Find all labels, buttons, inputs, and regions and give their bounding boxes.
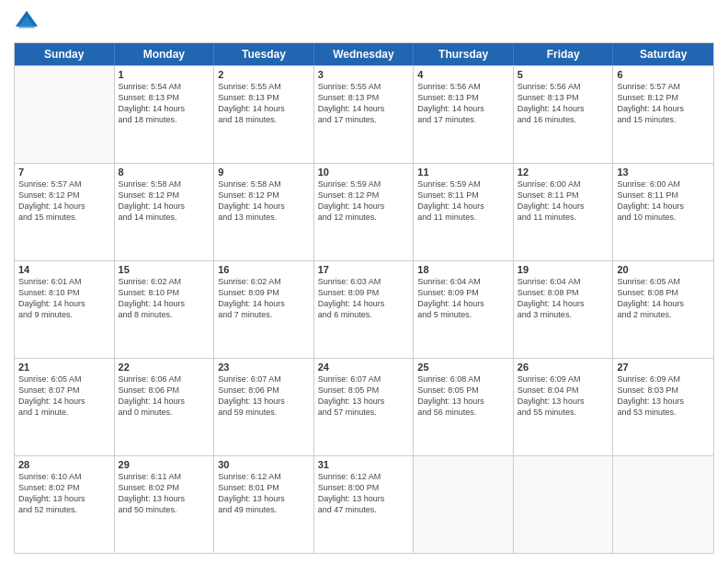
day-number: 24: [318, 362, 410, 373]
cell-info: Sunrise: 5:59 AM Sunset: 8:12 PM Dayligh…: [318, 178, 410, 224]
cell-info: Sunrise: 5:57 AM Sunset: 8:12 PM Dayligh…: [617, 81, 710, 126]
logo: [14, 9, 43, 35]
calendar-cell: 4Sunrise: 5:56 AM Sunset: 8:13 PM Daylig…: [414, 66, 514, 163]
header: [14, 9, 714, 35]
calendar-cell: 29Sunrise: 6:11 AM Sunset: 8:02 PM Dayli…: [115, 456, 215, 553]
calendar-cell: 7Sunrise: 5:57 AM Sunset: 8:12 PM Daylig…: [15, 164, 115, 260]
day-number: 28: [18, 459, 110, 470]
calendar-header-row: SundayMondayTuesdayWednesdayThursdayFrid…: [15, 43, 713, 65]
calendar-week-3: 21Sunrise: 6:05 AM Sunset: 8:07 PM Dayli…: [15, 358, 713, 455]
cell-info: Sunrise: 5:57 AM Sunset: 8:12 PM Dayligh…: [18, 178, 110, 224]
calendar-cell: 26Sunrise: 6:09 AM Sunset: 8:04 PM Dayli…: [514, 359, 614, 455]
calendar-week-1: 7Sunrise: 5:57 AM Sunset: 8:12 PM Daylig…: [15, 163, 713, 260]
calendar-cell: 20Sunrise: 6:05 AM Sunset: 8:08 PM Dayli…: [613, 261, 713, 358]
calendar-cell: 15Sunrise: 6:02 AM Sunset: 8:10 PM Dayli…: [115, 261, 215, 358]
calendar-cell: 5Sunrise: 5:56 AM Sunset: 8:13 PM Daylig…: [514, 66, 614, 163]
calendar-cell: [15, 66, 115, 163]
calendar-cell: 24Sunrise: 6:07 AM Sunset: 8:05 PM Dayli…: [314, 359, 415, 455]
cell-info: Sunrise: 5:55 AM Sunset: 8:13 PM Dayligh…: [218, 81, 310, 126]
day-number: 12: [518, 167, 609, 178]
day-number: 16: [218, 264, 310, 275]
day-number: 14: [18, 264, 110, 275]
calendar-cell: 12Sunrise: 6:00 AM Sunset: 8:11 PM Dayli…: [514, 164, 614, 260]
day-number: 23: [218, 362, 310, 373]
cell-info: Sunrise: 6:00 AM Sunset: 8:11 PM Dayligh…: [518, 178, 609, 224]
day-number: 5: [518, 69, 609, 80]
day-number: 30: [218, 459, 310, 470]
cell-info: Sunrise: 6:03 AM Sunset: 8:09 PM Dayligh…: [318, 276, 410, 321]
day-number: 22: [119, 362, 210, 373]
cell-info: Sunrise: 6:07 AM Sunset: 8:06 PM Dayligh…: [218, 373, 310, 419]
calendar-header-friday: Friday: [514, 43, 614, 65]
calendar-body: 1Sunrise: 5:54 AM Sunset: 8:13 PM Daylig…: [15, 65, 713, 553]
cell-info: Sunrise: 5:56 AM Sunset: 8:13 PM Dayligh…: [518, 81, 609, 126]
calendar-cell: 17Sunrise: 6:03 AM Sunset: 8:09 PM Dayli…: [314, 261, 415, 358]
cell-info: Sunrise: 6:00 AM Sunset: 8:11 PM Dayligh…: [617, 178, 710, 224]
calendar-header-thursday: Thursday: [414, 43, 514, 65]
calendar-cell: 9Sunrise: 5:58 AM Sunset: 8:12 PM Daylig…: [214, 164, 314, 260]
calendar-cell: 13Sunrise: 6:00 AM Sunset: 8:11 PM Dayli…: [613, 164, 713, 260]
cell-info: Sunrise: 6:01 AM Sunset: 8:10 PM Dayligh…: [18, 276, 110, 321]
day-number: 21: [18, 362, 110, 373]
day-number: 26: [518, 362, 609, 373]
cell-info: Sunrise: 6:07 AM Sunset: 8:05 PM Dayligh…: [318, 373, 410, 419]
calendar-cell: 16Sunrise: 6:02 AM Sunset: 8:09 PM Dayli…: [214, 261, 314, 358]
cell-info: Sunrise: 6:05 AM Sunset: 8:07 PM Dayligh…: [18, 373, 110, 419]
cell-info: Sunrise: 6:04 AM Sunset: 8:08 PM Dayligh…: [518, 276, 609, 321]
calendar-cell: 23Sunrise: 6:07 AM Sunset: 8:06 PM Dayli…: [214, 359, 314, 455]
cell-info: Sunrise: 6:12 AM Sunset: 8:00 PM Dayligh…: [318, 471, 410, 516]
calendar-page: SundayMondayTuesdayWednesdayThursdayFrid…: [0, 0, 728, 563]
calendar-cell: 22Sunrise: 6:06 AM Sunset: 8:06 PM Dayli…: [115, 359, 215, 455]
calendar-cell: 18Sunrise: 6:04 AM Sunset: 8:09 PM Dayli…: [414, 261, 514, 358]
day-number: 25: [417, 362, 509, 373]
day-number: 18: [417, 264, 509, 275]
calendar-cell: 21Sunrise: 6:05 AM Sunset: 8:07 PM Dayli…: [15, 359, 115, 455]
cell-info: Sunrise: 6:09 AM Sunset: 8:04 PM Dayligh…: [518, 373, 609, 419]
day-number: 10: [318, 167, 410, 178]
day-number: 6: [617, 69, 710, 80]
cell-info: Sunrise: 6:05 AM Sunset: 8:08 PM Dayligh…: [617, 276, 710, 321]
calendar-cell: 2Sunrise: 5:55 AM Sunset: 8:13 PM Daylig…: [214, 66, 314, 163]
calendar-cell: 14Sunrise: 6:01 AM Sunset: 8:10 PM Dayli…: [15, 261, 115, 358]
day-number: 4: [417, 69, 509, 80]
calendar-cell: 30Sunrise: 6:12 AM Sunset: 8:01 PM Dayli…: [214, 456, 314, 553]
calendar-cell: 3Sunrise: 5:55 AM Sunset: 8:13 PM Daylig…: [314, 66, 415, 163]
calendar: SundayMondayTuesdayWednesdayThursdayFrid…: [14, 42, 714, 554]
day-number: 11: [417, 167, 509, 178]
day-number: 15: [119, 264, 210, 275]
calendar-cell: 19Sunrise: 6:04 AM Sunset: 8:08 PM Dayli…: [514, 261, 614, 358]
logo-icon: [14, 9, 40, 35]
day-number: 7: [18, 167, 110, 178]
cell-info: Sunrise: 5:56 AM Sunset: 8:13 PM Dayligh…: [417, 81, 509, 126]
day-number: 8: [119, 167, 210, 178]
calendar-week-4: 28Sunrise: 6:10 AM Sunset: 8:02 PM Dayli…: [15, 455, 713, 553]
calendar-header-saturday: Saturday: [613, 43, 713, 65]
calendar-cell: 31Sunrise: 6:12 AM Sunset: 8:00 PM Dayli…: [314, 456, 415, 553]
day-number: 19: [518, 264, 609, 275]
day-number: 27: [617, 362, 710, 373]
day-number: 20: [617, 264, 710, 275]
day-number: 31: [318, 459, 410, 470]
calendar-header-wednesday: Wednesday: [314, 43, 415, 65]
cell-info: Sunrise: 6:04 AM Sunset: 8:09 PM Dayligh…: [417, 276, 509, 321]
cell-info: Sunrise: 5:54 AM Sunset: 8:13 PM Dayligh…: [119, 81, 210, 126]
day-number: 29: [119, 459, 210, 470]
cell-info: Sunrise: 6:06 AM Sunset: 8:06 PM Dayligh…: [119, 373, 210, 419]
day-number: 17: [318, 264, 410, 275]
calendar-header-monday: Monday: [115, 43, 215, 65]
day-number: 9: [218, 167, 310, 178]
day-number: 2: [218, 69, 310, 80]
calendar-header-tuesday: Tuesday: [214, 43, 314, 65]
calendar-cell: 28Sunrise: 6:10 AM Sunset: 8:02 PM Dayli…: [15, 456, 115, 553]
calendar-cell: [414, 456, 514, 553]
cell-info: Sunrise: 6:02 AM Sunset: 8:10 PM Dayligh…: [119, 276, 210, 321]
day-number: 13: [617, 167, 710, 178]
cell-info: Sunrise: 6:09 AM Sunset: 8:03 PM Dayligh…: [617, 373, 710, 419]
cell-info: Sunrise: 5:58 AM Sunset: 8:12 PM Dayligh…: [119, 178, 210, 224]
cell-info: Sunrise: 6:12 AM Sunset: 8:01 PM Dayligh…: [218, 471, 310, 516]
calendar-week-0: 1Sunrise: 5:54 AM Sunset: 8:13 PM Daylig…: [15, 65, 713, 163]
calendar-cell: [514, 456, 614, 553]
cell-info: Sunrise: 6:02 AM Sunset: 8:09 PM Dayligh…: [218, 276, 310, 321]
day-number: 1: [119, 69, 210, 80]
calendar-cell: 25Sunrise: 6:08 AM Sunset: 8:05 PM Dayli…: [414, 359, 514, 455]
